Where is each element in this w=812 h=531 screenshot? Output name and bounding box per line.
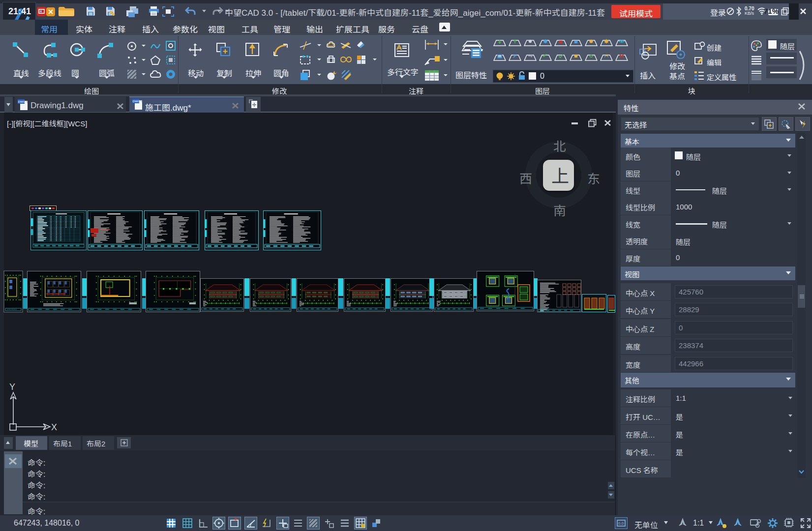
svg-text:DWG: DWG: [18, 100, 26, 103]
svg-text:DWG: DWG: [133, 99, 140, 103]
svg-text:0.0: 0.0: [618, 521, 624, 526]
